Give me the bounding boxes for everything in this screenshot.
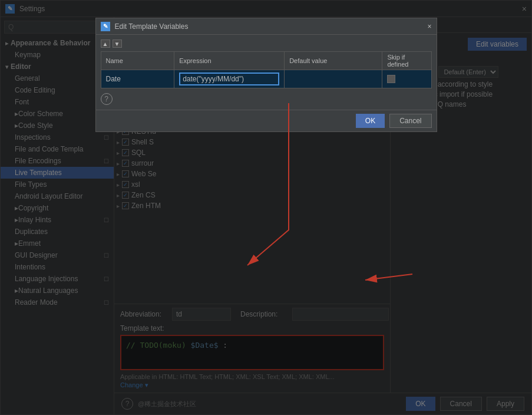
var-skip-if-defined[interactable] (382, 70, 431, 88)
dialog-overlay: ✎ Edit Template Variables × ▲ ▼ Name Exp… (0, 0, 532, 415)
col-header-name: Name (101, 52, 174, 70)
variables-table: Name Expression Default value Skip if de… (101, 51, 432, 88)
dialog-footer: OK Cancel (96, 110, 437, 131)
dialog-title-bar: ✎ Edit Template Variables × (96, 18, 437, 35)
dialog-cancel-button[interactable]: Cancel (389, 114, 431, 128)
table-row[interactable]: Date (101, 70, 431, 88)
dialog-body: ▲ ▼ Name Expression Default value Skip i… (96, 35, 437, 110)
expression-input[interactable] (179, 73, 279, 85)
col-header-skip: Skip if defined (382, 52, 431, 70)
dialog-title-icon: ✎ (101, 22, 110, 31)
dialog-ok-button[interactable]: OK (356, 114, 385, 128)
scroll-up-button[interactable]: ▲ (101, 39, 110, 48)
scroll-down-button[interactable]: ▼ (113, 39, 122, 48)
dialog-help-icon[interactable]: ? (101, 93, 113, 105)
skip-checkbox[interactable] (387, 75, 395, 83)
edit-template-variables-dialog: ✎ Edit Template Variables × ▲ ▼ Name Exp… (95, 18, 437, 132)
var-expression[interactable] (174, 70, 285, 88)
dialog-close-button[interactable]: × (427, 22, 431, 31)
dialog-help-row: ? (101, 93, 432, 105)
col-header-default-value: Default value (285, 52, 382, 70)
var-default-value[interactable] (285, 70, 382, 88)
var-name: Date (101, 70, 174, 88)
dialog-title: Edit Template Variables (115, 22, 189, 31)
scroll-arrows: ▲ ▼ (101, 39, 432, 48)
col-header-expression: Expression (174, 52, 285, 70)
